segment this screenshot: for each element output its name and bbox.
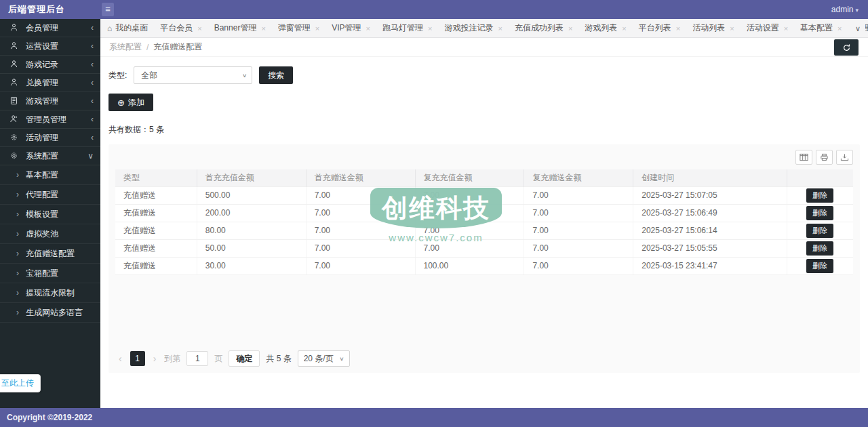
table-cell: 200.00 <box>197 204 306 222</box>
sidebar-subitem-label: 虚拟奖池 <box>26 228 58 240</box>
delete-button[interactable]: 删除 <box>806 224 833 238</box>
sidebar-subitem[interactable]: ›虚拟奖池 <box>0 224 100 244</box>
sidebar-item[interactable]: 游戏记录‹ <box>0 56 100 74</box>
tab[interactable]: Banner管理× <box>214 22 266 34</box>
chevron-left-icon: ‹ <box>91 23 94 33</box>
pagination: ‹ 1 › 到第 页 确定 共 5 条 20 条/页 ∨ <box>117 350 350 367</box>
prev-page-button[interactable]: ‹ <box>117 353 124 364</box>
actions-cell: 删除 <box>787 222 853 239</box>
tab[interactable]: 基本配置× <box>800 22 842 34</box>
table-cell: 7.00 <box>524 186 633 204</box>
table-row: 充值赠送50.007.007.007.002025-03-27 15:05:55… <box>115 239 853 257</box>
sidebar-item-label: 运营设置 <box>26 41 58 52</box>
sidebar-subitem[interactable]: ›模板设置 <box>0 205 100 224</box>
user-menu[interactable]: admin▾ <box>831 0 859 20</box>
copyright-text: Copyright ©2019-2022 <box>7 413 92 422</box>
total-count-label: 共 5 条 <box>266 353 291 365</box>
close-icon[interactable]: × <box>676 24 680 33</box>
column-header: 复充充值金额 <box>415 169 524 186</box>
confirm-button[interactable]: 确定 <box>229 350 260 367</box>
sidebar-item[interactable]: 管理员管理‹ <box>0 110 100 129</box>
tab[interactable]: 活动列表× <box>692 22 734 34</box>
sidebar-item[interactable]: 活动管理‹ <box>0 129 100 147</box>
delete-button[interactable]: 删除 <box>806 259 833 273</box>
next-page-button[interactable]: › <box>151 353 159 364</box>
current-page-button[interactable]: 1 <box>130 351 145 366</box>
close-icon[interactable]: × <box>622 24 626 33</box>
chevron-left-icon: ‹ <box>91 78 94 87</box>
tab[interactable]: 跑马灯管理× <box>382 22 432 34</box>
sidebar-item[interactable]: 游戏管理‹ <box>0 92 100 110</box>
tab[interactable]: 平台列表× <box>639 22 680 34</box>
tab[interactable]: VIP管理× <box>332 22 370 34</box>
hamburger-icon[interactable]: ≡ <box>102 3 114 16</box>
tab[interactable]: 平台会员× <box>160 22 201 34</box>
sidebar-item[interactable]: 兑换管理‹ <box>0 74 100 92</box>
tab[interactable]: 游戏列表× <box>585 22 626 34</box>
close-icon[interactable]: × <box>568 24 572 33</box>
tab[interactable]: 弹窗管理× <box>278 22 319 34</box>
tab-label: VIP管理 <box>332 22 361 34</box>
upload-drop-button[interactable]: 至此上传 <box>0 374 41 392</box>
add-button[interactable]: ⊕ 添加 <box>108 94 153 111</box>
export-button[interactable] <box>836 150 853 165</box>
chevron-left-icon: ‹ <box>91 60 94 69</box>
close-icon[interactable]: × <box>366 24 370 33</box>
sidebar-item[interactable]: 运营设置‹ <box>0 37 100 56</box>
close-icon[interactable]: × <box>784 24 788 33</box>
tabs-dropdown-icon[interactable]: ∨ <box>850 19 865 38</box>
sidebar-subitem[interactable]: ›生成网站多语言 <box>0 303 100 323</box>
sidebar-subitem-label: 模板设置 <box>26 209 58 220</box>
sidebar-item-label: 系统配置 <box>26 150 58 162</box>
print-icon <box>820 153 829 161</box>
user-icon <box>9 78 20 88</box>
footer: Copyright ©2019-2022 <box>0 408 868 427</box>
sidebar-menu: 会员管理‹运营设置‹游戏记录‹兑换管理‹游戏管理‹管理员管理‹活动管理‹系统配置… <box>0 19 100 165</box>
sidebar-subitem[interactable]: ›代理配置 <box>0 185 100 205</box>
username: admin <box>831 5 854 14</box>
close-icon[interactable]: × <box>261 24 265 33</box>
type-select[interactable]: 全部 <box>134 66 252 84</box>
page-size-select[interactable]: 20 条/页 <box>298 350 350 367</box>
data-table: 类型首充充值金额首充赠送金额复充充值金额复充赠送金额创建时间 充值赠送500.0… <box>115 169 853 275</box>
close-icon[interactable]: × <box>837 24 842 33</box>
table-cell: 充值赠送 <box>115 186 197 204</box>
chevron-down-icon: ▾ <box>855 7 859 14</box>
goto-page-input[interactable] <box>186 351 208 366</box>
tab[interactable]: 充值成功列表× <box>515 22 572 34</box>
close-icon[interactable]: × <box>428 24 432 33</box>
sidebar-item-label: 游戏记录 <box>26 59 58 70</box>
tab-label: 游戏投注记录 <box>444 22 493 34</box>
column-header: 首充赠送金额 <box>306 169 415 186</box>
close-icon[interactable]: × <box>315 24 319 33</box>
tab-home[interactable]: ⌂我的桌面 <box>107 22 148 34</box>
type-filter-label: 类型: <box>108 70 127 81</box>
tab[interactable]: 活动设置× <box>747 22 788 34</box>
delete-button[interactable]: 删除 <box>806 241 833 256</box>
table-cell: 80.00 <box>197 222 306 239</box>
sidebar-subitem[interactable]: ›基本配置 <box>0 165 100 185</box>
tab-label: 基本配置 <box>800 22 833 34</box>
sidebar-subitem[interactable]: ›提现流水限制 <box>0 283 100 303</box>
table-row: 充值赠送30.007.00100.007.002025-03-15 23:41:… <box>115 257 853 274</box>
chevron-right-icon: › <box>16 308 19 317</box>
sidebar-subitem[interactable]: ›宝箱配置 <box>0 264 100 283</box>
admin-user-icon <box>9 115 20 125</box>
close-icon[interactable]: × <box>730 24 734 33</box>
close-icon[interactable]: × <box>498 24 502 33</box>
sidebar-item[interactable]: 会员管理‹ <box>0 19 100 37</box>
print-button[interactable] <box>816 150 833 165</box>
close-icon[interactable]: × <box>197 24 201 33</box>
refresh-button[interactable] <box>834 39 859 56</box>
chevron-left-icon: ‹ <box>91 115 94 124</box>
sidebar-subitem[interactable]: ›充值赠送配置 <box>0 244 100 264</box>
columns-toggle-button[interactable] <box>795 150 812 165</box>
sidebar-item[interactable]: 系统配置∨ <box>0 147 100 165</box>
breadcrumb-parent[interactable]: 系统配置 <box>109 41 142 53</box>
delete-button[interactable]: 删除 <box>806 188 833 203</box>
search-button[interactable]: 搜索 <box>259 66 293 84</box>
tab[interactable]: 游戏投注记录× <box>444 22 502 34</box>
breadcrumb: 系统配置 / 充值赠送配置 <box>100 38 868 57</box>
delete-button[interactable]: 删除 <box>806 206 833 220</box>
user-icon <box>9 23 20 33</box>
